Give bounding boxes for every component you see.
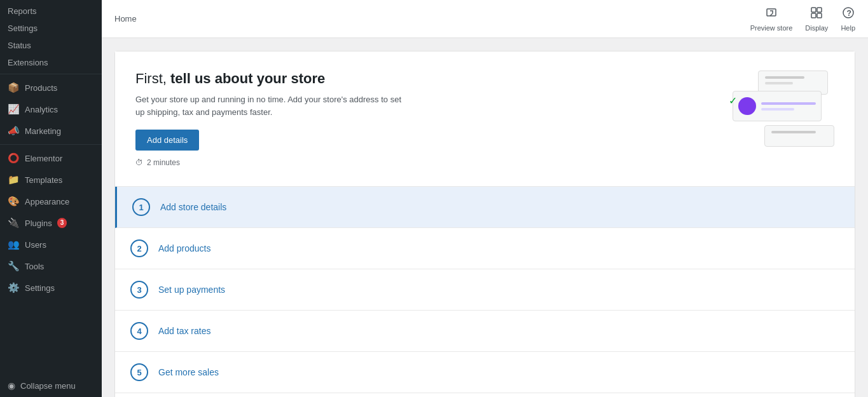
sidebar-item-appearance[interactable]: 🎨 Appearance [0,191,102,212]
collapse-menu-button[interactable]: ◉ Collapse menu [0,374,102,397]
setup-card: First, tell us about your store Get your… [114,51,855,397]
content-area: First, tell us about your store Get your… [102,38,868,397]
hero-description: Get your store up and running in no time… [135,93,403,118]
help-button[interactable]: ? Help [841,6,855,32]
step-5[interactable]: 5 Get more sales [115,352,855,393]
illus-lines [761,102,816,111]
plugins-icon: 🔌 [8,217,20,229]
step-4-label: Add tax rates [158,326,211,336]
settings-icon: ⚙️ [8,282,20,293]
time-estimate-label: 2 minutes [147,158,180,167]
sidebar-item-extensions[interactable]: Extensions [0,54,102,71]
divider2 [0,144,102,145]
hero-title-highlight: tell us about your store [170,71,325,86]
topbar-actions: Preview store Display ? [750,6,855,32]
hero-section: First, tell us about your store Get your… [115,51,855,187]
sidebar-main-section: 📦 Products 📈 Analytics 📣 Marketing ⭕ Ele… [0,77,102,299]
preview-store-label: Preview store [750,24,793,32]
clock-icon: ⏱ [135,158,143,167]
sidebar-item-tools[interactable]: 🔧 Tools [0,255,102,277]
sidebar-item-plugins-label: Plugins [25,219,52,228]
illus-line3 [761,102,816,105]
sidebar-item-settings-top[interactable]: Settings [0,20,102,37]
sidebar-item-analytics[interactable]: 📈 Analytics [0,98,102,120]
help-icon: ? [842,6,855,22]
sidebar-item-elementor[interactable]: ⭕ Elementor [0,147,102,169]
step-1-label: Add store details [160,202,226,212]
sidebar-item-analytics-label: Analytics [25,105,58,114]
elementor-icon: ⭕ [8,152,20,164]
step-3-number: 3 [130,281,148,299]
main-area: Home Preview store [102,0,868,397]
sidebar-item-templates[interactable]: 📁 Templates [0,169,102,191]
sidebar-item-reports[interactable]: Reports [0,3,102,20]
breadcrumb: Home [114,14,137,24]
appearance-icon: 🎨 [8,196,20,207]
preview-store-button[interactable]: Preview store [750,6,793,32]
step-3[interactable]: 3 Set up payments [115,269,855,311]
sidebar-item-tools-label: Tools [25,262,44,271]
sidebar-item-elementor-label: Elementor [25,154,62,163]
svg-rect-4 [817,13,822,18]
step-5-number: 5 [130,363,148,381]
plugins-badge: 3 [57,218,67,228]
topbar: Home Preview store [102,0,868,38]
hero-title: First, tell us about your store [135,71,403,87]
display-label: Display [805,24,828,32]
collapse-icon: ◉ [8,380,15,391]
analytics-icon: 📈 [8,104,20,115]
sidebar-item-appearance-label: Appearance [25,197,69,206]
check-icon: ✓ [729,95,737,107]
sidebar-item-marketing[interactable]: 📣 Marketing [0,120,102,142]
svg-rect-2 [817,8,822,12]
divider [0,74,102,74]
step-4[interactable]: 4 Add tax rates [115,311,855,352]
step-2-number: 2 [130,239,148,257]
illus-bottom-card [764,125,834,147]
step-1[interactable]: 1 Add store details [115,187,855,228]
sidebar-item-plugins[interactable]: 🔌 Plugins 3 [0,212,102,234]
sidebar-item-products[interactable]: 📦 Products [0,77,102,98]
display-button[interactable]: Display [805,6,828,32]
svg-rect-3 [811,13,816,18]
sidebar: Reports Settings Status Extensions 📦 Pro… [0,0,102,397]
users-icon: 👥 [8,239,20,250]
step-4-number: 4 [130,322,148,340]
illus-line5 [771,131,816,133]
sidebar-item-users[interactable]: 👥 Users [0,234,102,255]
sidebar-item-settings[interactable]: ⚙️ Settings [0,277,102,299]
step-1-number: 1 [132,198,150,216]
step-5-label: Get more sales [158,367,219,377]
sidebar-item-users-label: Users [25,240,46,250]
hero-text: First, tell us about your store Get your… [135,71,403,167]
marketing-icon: 📣 [8,125,20,137]
illus-line4 [761,108,794,111]
add-details-button[interactable]: Add details [135,130,199,151]
sidebar-item-products-label: Products [25,83,57,93]
help-label: Help [841,24,855,32]
svg-text:?: ? [846,9,851,18]
step-2[interactable]: 2 Add products [115,228,855,269]
templates-icon: 📁 [8,174,20,185]
collapse-label: Collapse menu [20,381,76,391]
sidebar-item-settings-label: Settings [25,283,55,293]
sidebar-item-marketing-label: Marketing [25,126,61,136]
step-6[interactable]: 6 Personalize your store [115,393,855,397]
step-2-label: Add products [158,243,211,253]
products-icon: 📦 [8,82,20,93]
sidebar-item-status[interactable]: Status [0,37,102,54]
illus-line1 [765,76,804,79]
illus-line2 [765,82,793,84]
time-estimate: ⏱ 2 minutes [135,158,403,167]
svg-rect-1 [811,8,816,12]
store-illustration: ✓ [733,71,834,147]
illus-middle-card [733,91,822,121]
tools-icon: 🔧 [8,260,20,272]
illus-avatar [738,97,756,115]
steps-list: 1 Add store details 2 Add products 3 Set… [115,187,855,397]
step-3-label: Set up payments [158,285,225,295]
display-icon [810,6,823,22]
sidebar-item-templates-label: Templates [25,175,62,185]
sidebar-top-section: Reports Settings Status Extensions [0,0,102,77]
preview-store-icon [765,6,778,22]
